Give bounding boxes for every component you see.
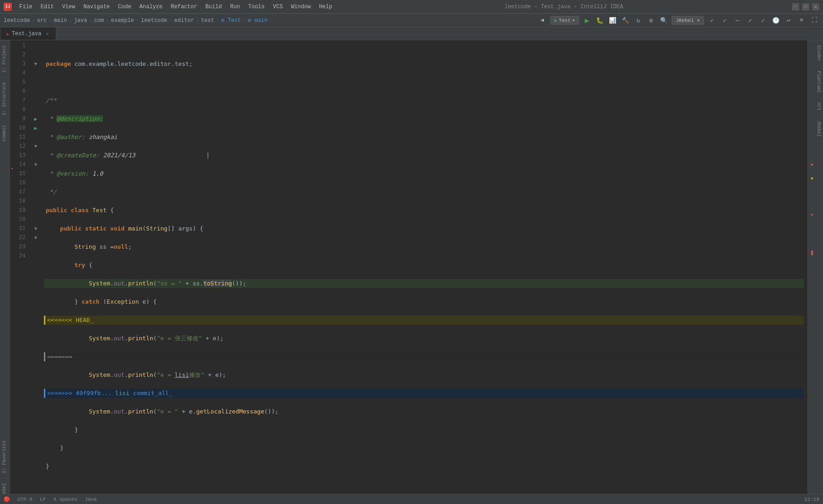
code-line-19: >>>>>>> 49f99fb... lisi commit_all_ [44,389,804,398]
fold-icon-14[interactable]: ▼ [34,162,37,167]
menu-build[interactable]: Build [202,3,226,11]
coverage-button[interactable]: 📊 [608,16,618,26]
tab-label: Test.java [12,31,42,37]
breadcrumb-leetcode2[interactable]: leetcode [141,17,167,24]
build-button[interactable]: 🔨 [620,16,630,26]
run-icon-9[interactable]: ▶ [34,116,37,123]
status-indent[interactable]: 4 spaces [53,497,77,502]
menu-run[interactable]: Run [226,3,244,11]
main-layout: 1: Project 2: Structure Commit 2: Favori… [0,40,823,504]
fold-icon-21[interactable]: ▼ [34,226,37,231]
window-controls: ─ □ ✕ [792,3,819,11]
jrebel-button[interactable]: JRebel ▾ [672,16,704,25]
vcs-annotate-button[interactable]: ≡ [796,16,807,26]
menu-refactor[interactable]: Refactor [167,3,201,11]
check-in-button[interactable]: ✓ [707,16,717,26]
maximize-button[interactable]: □ [802,3,809,11]
code-line-6: * @createDate: 2021/4/13 [44,151,804,160]
close-button[interactable]: ✕ [812,3,819,11]
status-line-ending[interactable]: LF [40,497,46,502]
search-icon[interactable]: 🔍 [659,16,669,26]
code-line-24 [44,480,804,489]
check-out-button[interactable]: ✓ [720,16,730,26]
code-gutter: ▼ ▶ ▶ ▼ ▼ ▼ ▼ [31,40,40,504]
tab-bar: ☕ Test.java ✕ [0,27,823,40]
menu-file[interactable]: File [16,3,36,11]
editor-wrapper: 1 2 3 4 5 6 7 8 9 10 11 12 13 14 15 16 1… [10,40,813,504]
code-line-11: String ss =null; [44,242,804,252]
code-line-2 [44,78,804,87]
right-tab-jrebel[interactable]: JRebel [813,116,823,142]
sidebar-tab-favorites[interactable]: 2: Favorites [0,435,10,478]
menu-code[interactable]: Code [114,3,135,11]
right-tab-plantuml[interactable]: Plantuml [813,66,823,98]
sidebar-tab-structure[interactable]: 2: Structure [0,77,10,120]
run-button[interactable]: ▶ [582,16,592,26]
error-gutter [10,40,13,504]
breadcrumb-test-class[interactable]: ⚙ Test [221,17,241,24]
code-line-8: */ [44,188,804,197]
menu-help[interactable]: Help [315,3,336,11]
scrollbar[interactable] [807,40,813,504]
code-line-4: * @description: [44,114,804,123]
right-tab-art[interactable]: Art [813,98,823,116]
title-bar: IJ File Edit View Navigate Code Analyze … [0,0,823,14]
back-button[interactable]: ◄ [538,16,548,26]
breadcrumb-leetcode[interactable]: leetcode [4,17,30,24]
code-line-12: try { [44,261,804,270]
breadcrumb-main-method[interactable]: ⚙ main [248,17,268,24]
run-icon-10[interactable]: ▶ [34,125,37,132]
push-button[interactable]: ✓ [758,16,768,26]
settings-icon[interactable]: ⚙ [646,16,656,26]
breadcrumb-src[interactable]: src [37,17,47,24]
run-config-button[interactable]: ▶ Test ▾ [550,16,580,25]
breadcrumb-editor[interactable]: editor [174,17,194,24]
code-line-10: public static void main(String[] args) { [44,224,804,233]
minimize-button[interactable]: ─ [792,3,799,11]
fold-icon-3[interactable]: ▼ [34,62,37,67]
code-editor[interactable]: package com.example.leetcode.editor.test… [40,40,807,504]
menu-view[interactable]: View [59,3,79,11]
warning-scroll-marker-1 [811,177,813,179]
code-line-3: /** [44,96,804,105]
breadcrumb-test[interactable]: test [201,17,214,24]
status-bar: 🔴 UTF-8 LF 4 spaces Java 12:18 [0,494,823,504]
commit-button[interactable]: ✓ [745,16,755,26]
debug-button[interactable]: 🐛 [595,16,605,26]
code-line-22: } [44,444,804,453]
status-vcs: 🔴 [4,496,10,502]
text-cursor [179,142,208,169]
tab-testjava[interactable]: ☕ Test.java ✕ [0,27,56,40]
fold-icon-12[interactable]: ▼ [34,144,37,149]
error-scroll-marker-2 [811,214,813,215]
toolbar-right: ◄ ▶ Test ▾ ▶ 🐛 📊 🔨 ↻ ⚙ 🔍 JRebel ▾ ✓ ✓ ⋯ … [538,16,820,26]
tab-close-button[interactable]: ✕ [44,31,50,37]
more-button[interactable]: ⋯ [732,16,742,26]
code-line-1: package com.example.leetcode.editor.test… [44,59,804,69]
menu-window[interactable]: Window [287,3,314,11]
status-encoding[interactable]: UTF-8 [17,497,32,502]
breadcrumb-com[interactable]: com [94,17,104,24]
status-language[interactable]: Java [85,497,97,502]
breadcrumb-java[interactable]: java [74,17,87,24]
menu-navigate[interactable]: Navigate [80,3,113,11]
right-tab-xcoder[interactable]: XCoder [813,40,823,66]
error-scroll-marker-1 [811,164,813,166]
sidebar-tab-project[interactable]: 1: Project [0,40,10,77]
full-screen-button[interactable]: ⛶ [809,16,819,26]
code-line-13: System.out.println("ss = " + ss.toString… [44,279,804,288]
menu-tools[interactable]: Tools [245,3,269,11]
menu-analyze[interactable]: Analyze [136,3,166,11]
menu-edit[interactable]: Edit [37,3,58,11]
code-line-14: } catch (Exception e) { [44,297,804,306]
sidebar-tab-commit[interactable]: Commit [0,120,10,146]
breadcrumb-main[interactable]: main [54,17,67,24]
rollback-button[interactable]: ↩ [784,16,794,26]
error-scroll-marker-3 [811,251,813,255]
breadcrumb-example[interactable]: example [111,17,134,24]
reload-button[interactable]: ↻ [633,16,643,26]
menu-bar: File Edit View Navigate Code Analyze Ref… [16,3,336,11]
menu-vcs[interactable]: VCS [269,3,287,11]
fold-icon-22[interactable]: ▼ [34,236,37,241]
history-button[interactable]: 🕐 [771,16,781,26]
